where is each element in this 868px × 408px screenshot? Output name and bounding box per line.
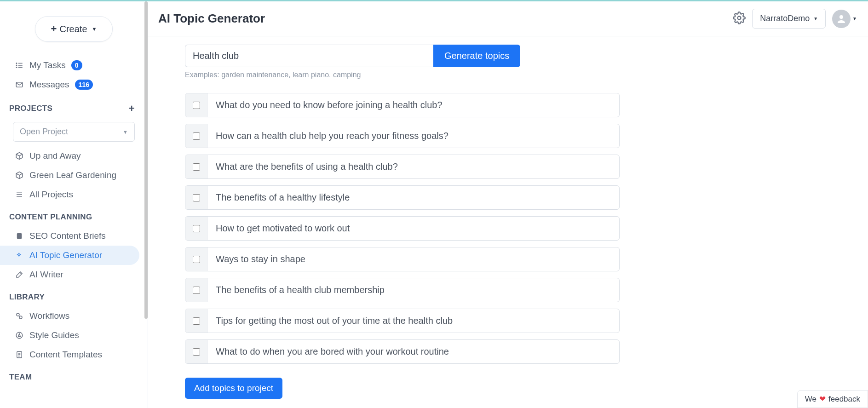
note-icon: [15, 231, 24, 241]
topic-row: Ways to stay in shape: [185, 247, 620, 271]
topic-row: Tips for getting the most out of your ti…: [185, 309, 620, 333]
messages-badge: 116: [75, 80, 93, 90]
user-icon: [836, 13, 847, 24]
sidebar-item-workflows[interactable]: Workflows: [0, 306, 148, 326]
sidebar-item-label: Workflows: [29, 311, 69, 321]
topic-checkbox-wrap: [185, 247, 207, 271]
topic-checkbox[interactable]: [193, 194, 200, 201]
caret-down-icon: ▼: [123, 129, 128, 135]
sidebar-item-label: SEO Content Briefs: [29, 231, 106, 241]
sidebar-item-style-guides[interactable]: Style Guides: [0, 326, 148, 345]
caret-down-icon: ▼: [92, 26, 97, 32]
svg-point-15: [19, 316, 22, 319]
sidebar-item-label: AI Writer: [29, 270, 63, 280]
caret-down-icon: ▼: [813, 16, 818, 21]
section-label: PROJECTS: [9, 104, 52, 113]
topic-checkbox[interactable]: [193, 132, 200, 140]
svg-point-22: [738, 16, 741, 19]
feedback-prefix: We: [805, 395, 816, 404]
topic-text: The benefits of a healthy lifestyle: [207, 186, 619, 209]
content-area: Generate topics Examples: garden mainten…: [148, 36, 868, 408]
topic-text: What do you need to know before joining …: [207, 93, 619, 117]
topic-text: The benefits of a health club membership: [207, 278, 619, 302]
sidebar-item-tasks[interactable]: My Tasks 0: [0, 56, 148, 75]
settings-button[interactable]: [733, 11, 746, 26]
sidebar-item-label: Messages: [29, 80, 69, 90]
topic-list: What do you need to know before joining …: [185, 93, 620, 364]
page-header: AI Topic Generator NarratoDemo ▼ ▼: [148, 1, 868, 36]
sidebar-item-ai-topic-generator[interactable]: AI Topic Generator: [0, 246, 139, 265]
sidebar-item-label: Content Templates: [29, 350, 102, 360]
library-header: LIBRARY: [0, 284, 148, 306]
mail-icon: [15, 80, 24, 89]
cube-icon: [15, 151, 24, 161]
avatar: [832, 10, 851, 28]
content-planning-header: CONTENT PLANNING: [0, 204, 148, 226]
caret-down-icon: ▼: [852, 16, 857, 21]
topic-input[interactable]: [185, 45, 433, 67]
topic-checkbox-wrap: [185, 217, 207, 240]
list-icon: [15, 190, 24, 199]
add-project-icon[interactable]: +: [129, 103, 135, 115]
topic-text: Tips for getting the most out of your ti…: [207, 309, 619, 333]
workspace-label: NarratoDemo: [760, 14, 810, 23]
topic-text: How can a health club help you reach you…: [207, 124, 619, 148]
topic-checkbox-wrap: [185, 309, 207, 333]
topic-row: The benefits of a health club membership: [185, 278, 620, 302]
sidebar-item-label: My Tasks: [29, 60, 66, 70]
topic-checkbox-wrap: [185, 155, 207, 178]
team-header: TEAM: [0, 364, 148, 386]
topic-checkbox[interactable]: [193, 225, 200, 232]
section-label: TEAM: [9, 373, 32, 382]
topic-checkbox[interactable]: [193, 287, 200, 294]
topic-text: How to get motivated to work out: [207, 217, 619, 240]
sidebar-item-label: Up and Away: [29, 151, 81, 161]
sidebar-all-projects[interactable]: All Projects: [0, 185, 148, 204]
open-project-placeholder: Open Project: [20, 127, 68, 137]
topic-checkbox[interactable]: [193, 348, 200, 356]
sidebar: + Create ▼ My Tasks 0 Messages 116 PROJE…: [0, 1, 148, 408]
tasks-badge: 0: [71, 60, 82, 70]
sidebar-item-messages[interactable]: Messages 116: [0, 75, 148, 94]
user-menu[interactable]: ▼: [832, 10, 857, 28]
examples-text: Examples: garden maintenance, learn pian…: [185, 71, 831, 79]
create-label: Create: [59, 24, 87, 34]
gears-icon: [15, 311, 24, 321]
sidebar-item-label: Style Guides: [29, 330, 79, 340]
feedback-widget[interactable]: We ❤ feedback: [797, 390, 868, 408]
topic-checkbox[interactable]: [193, 256, 200, 263]
topic-checkbox-wrap: [185, 93, 207, 117]
topic-text: Ways to stay in shape: [207, 247, 619, 271]
sidebar-item-label: AI Topic Generator: [29, 250, 102, 260]
topic-checkbox[interactable]: [193, 102, 200, 109]
sidebar-item-label: Green Leaf Gardening: [29, 170, 116, 180]
topic-text: What to do when you are bored with your …: [207, 340, 619, 363]
topic-checkbox[interactable]: [193, 317, 200, 325]
create-button[interactable]: + Create ▼: [35, 16, 113, 42]
projects-section-header: PROJECTS +: [0, 94, 148, 119]
feedback-suffix: feedback: [828, 395, 860, 404]
page-title: AI Topic Generator: [158, 11, 265, 26]
topic-row: How to get motivated to work out: [185, 216, 620, 241]
sidebar-project-up-and-away[interactable]: Up and Away: [0, 146, 148, 166]
open-project-select[interactable]: Open Project ▼: [13, 122, 135, 142]
sidebar-item-ai-writer[interactable]: AI Writer: [0, 265, 148, 284]
topic-checkbox[interactable]: [193, 163, 200, 171]
add-topics-button[interactable]: Add topics to project: [185, 378, 282, 399]
topic-row: What do you need to know before joining …: [185, 93, 620, 117]
workspace-dropdown[interactable]: NarratoDemo ▼: [752, 9, 826, 29]
sidebar-item-seo-briefs[interactable]: SEO Content Briefs: [0, 226, 148, 246]
topic-row: The benefits of a healthy lifestyle: [185, 185, 620, 210]
svg-marker-17: [18, 333, 21, 336]
sidebar-scrollbar[interactable]: [144, 1, 148, 319]
wand-icon: [15, 270, 24, 279]
sidebar-project-green-leaf[interactable]: Green Leaf Gardening: [0, 166, 148, 185]
cube-icon: [15, 171, 24, 180]
generate-topics-button[interactable]: Generate topics: [433, 45, 520, 67]
document-icon: [15, 350, 24, 359]
tasks-icon: [15, 61, 24, 70]
svg-point-14: [17, 313, 19, 316]
sidebar-item-content-templates[interactable]: Content Templates: [0, 345, 148, 364]
topic-checkbox-wrap: [185, 124, 207, 148]
svg-point-4: [16, 65, 17, 66]
